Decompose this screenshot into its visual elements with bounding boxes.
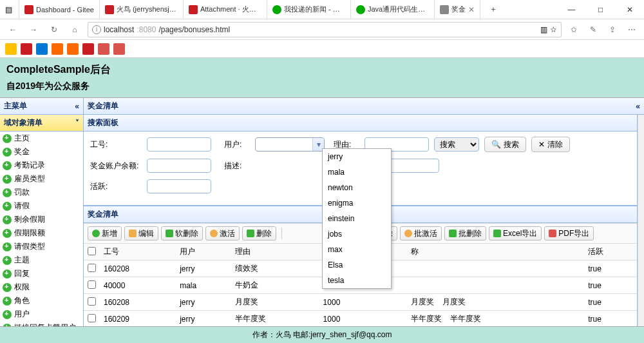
column-header[interactable]: 称 (407, 244, 584, 260)
add-icon (3, 242, 12, 251)
sidebar-main-menu[interactable]: 主菜单 « (0, 98, 83, 115)
bookmark-star-icon[interactable]: ☆ (550, 25, 557, 34)
sidebar-item[interactable]: 假期限额 (0, 226, 83, 240)
maximize-button[interactable]: □ (586, 0, 615, 19)
url-field[interactable]: i localhost:8080/pages/bonuses.html ▥ ☆ (88, 22, 562, 37)
browser-tab[interactable]: 我投递的新闻 - MS&A( (267, 0, 351, 19)
sidebar-item[interactable]: 角色 (0, 294, 83, 308)
share-icon[interactable]: ⇪ (605, 23, 620, 37)
table-row[interactable]: 160208jerry月度奖1000月度奖 月度奖true (84, 294, 637, 311)
sidebar-item[interactable]: 考勤记录 (0, 159, 83, 172)
notes-icon[interactable]: ✎ (586, 23, 600, 37)
search-button[interactable]: 🔍搜索 (484, 137, 526, 152)
dropdown-option[interactable]: jerry (323, 149, 391, 164)
browser-tab[interactable]: Java通用代码生成器光 (351, 0, 435, 19)
dropdown-option[interactable]: jobs (323, 226, 391, 242)
column-header[interactable]: 理由 (231, 244, 319, 260)
bookmark-item[interactable] (21, 43, 32, 55)
dropdown-option[interactable]: mala (323, 164, 391, 180)
sidebar-item[interactable]: 权限 (0, 280, 83, 294)
sidebar-item[interactable]: 主页 (0, 132, 83, 145)
sidebar-domain-list[interactable]: 域对象清单 ˅ (0, 115, 83, 132)
cell: mala (176, 277, 231, 294)
clear-button[interactable]: ✕清除 (531, 137, 570, 152)
batch-delete-button[interactable]: 批删除 (444, 226, 486, 240)
sidebar-item[interactable]: 奖金 (0, 145, 83, 159)
balance-input[interactable] (147, 159, 211, 173)
sidebar-item[interactable]: 请假类型 (0, 240, 83, 253)
pdf-export-button[interactable]: PDF导出 (544, 226, 594, 240)
forward-button[interactable]: → (26, 22, 41, 37)
row-checkbox[interactable] (88, 264, 96, 272)
sidebar-item[interactable]: 主题 (0, 253, 83, 267)
back-button[interactable]: ← (5, 22, 21, 37)
browser-tab[interactable]: 火鸟 (jerryshensjf) - Git (100, 0, 184, 19)
sidebar-item[interactable]: 回复 (0, 267, 83, 280)
dropdown-option[interactable]: Elsa (323, 257, 391, 273)
chevron-down-icon[interactable]: ˅ (75, 119, 79, 128)
collapse-icon[interactable]: « (636, 102, 640, 111)
bookmark-item[interactable] (67, 43, 79, 55)
select-all-checkbox[interactable] (88, 247, 96, 255)
row-checkbox[interactable] (88, 280, 96, 289)
sidebar-item[interactable]: 用户 (0, 308, 83, 321)
new-tab-button[interactable]: ＋ (480, 0, 506, 19)
dropdown-option[interactable]: newton (323, 180, 391, 195)
bookmark-item[interactable] (36, 43, 48, 55)
more-icon[interactable]: ⋯ (625, 23, 639, 37)
delete-button[interactable]: 删除 (242, 226, 276, 240)
user-dropdown[interactable]: jerrymalanewtonenigmaeinsteinjobsmaxElsa… (322, 148, 392, 289)
close-window-button[interactable]: ✕ (615, 0, 644, 19)
add-icon (3, 283, 12, 292)
row-checkbox[interactable] (88, 297, 96, 306)
dropdown-option[interactable]: max (323, 242, 391, 257)
edit-button[interactable]: 编辑 (124, 226, 158, 240)
cell (407, 277, 584, 294)
address-bar: ← → ↻ ⌂ i localhost:8080/pages/bonuses.h… (0, 19, 644, 40)
dropdown-option[interactable]: enigma (323, 195, 391, 211)
add-icon (92, 230, 100, 237)
main-area: 奖金清单 « 搜索面板 工号: 用户: (84, 98, 644, 329)
add-icon (3, 229, 12, 238)
table-row[interactable]: 160209jerry半年度奖1000半年度奖 半年度奖true (84, 311, 637, 328)
bookmark-item[interactable] (113, 43, 125, 55)
page-header: CompleteSample后台 自2019年为公众服务 (0, 58, 644, 98)
row-checkbox[interactable] (88, 314, 96, 322)
user-combo[interactable]: ▾ (255, 137, 325, 152)
activate-button[interactable]: 激活 (205, 226, 240, 240)
sidebar-item[interactable]: 请假 (0, 199, 83, 213)
browser-tab[interactable]: Attachment · 火鸟/第三 (184, 0, 267, 19)
column-header[interactable]: 用户 (176, 244, 231, 260)
minimize-button[interactable]: — (557, 0, 586, 19)
excel-export-button[interactable]: Excel导出 (489, 226, 542, 240)
bookmark-item[interactable] (98, 43, 109, 55)
sidebar-item[interactable]: 罚款 (0, 186, 83, 199)
user-combo-input[interactable] (256, 140, 312, 149)
active-input[interactable] (147, 179, 211, 193)
bookmark-item[interactable] (5, 43, 17, 55)
sidebar-item[interactable]: 雇员类型 (0, 172, 83, 186)
column-header[interactable]: 活跃 (584, 244, 637, 260)
column-header[interactable]: 工号 (100, 244, 176, 260)
dropdown-option[interactable]: einstein (323, 211, 391, 226)
reader-icon[interactable]: ▥ (540, 25, 547, 34)
delete-icon (449, 230, 457, 237)
browser-tab[interactable]: Dashboard - Gitee (19, 0, 100, 19)
edit-icon (129, 230, 137, 237)
batch-activate-button[interactable]: 批激活 (400, 226, 442, 240)
scrollbar[interactable] (638, 115, 644, 329)
search-type-select[interactable]: 搜索 (434, 137, 479, 152)
bookmark-item[interactable] (82, 43, 94, 55)
add-button[interactable]: 新增 (88, 226, 122, 240)
home-button[interactable]: ⌂ (67, 22, 82, 37)
collapse-icon[interactable]: « (75, 102, 79, 111)
dropdown-option[interactable]: tesla (323, 273, 391, 288)
browser-tab[interactable]: 奖金✕ (435, 0, 480, 19)
softdel-button[interactable]: 软删除 (161, 226, 203, 240)
emp-id-input[interactable] (147, 137, 211, 152)
sidebar-item[interactable]: 剩余假期 (0, 213, 83, 226)
favorites-icon[interactable]: ✩ (567, 23, 581, 37)
bookmark-item[interactable] (52, 43, 63, 55)
close-icon[interactable]: ✕ (468, 5, 475, 14)
refresh-button[interactable]: ↻ (46, 22, 62, 37)
